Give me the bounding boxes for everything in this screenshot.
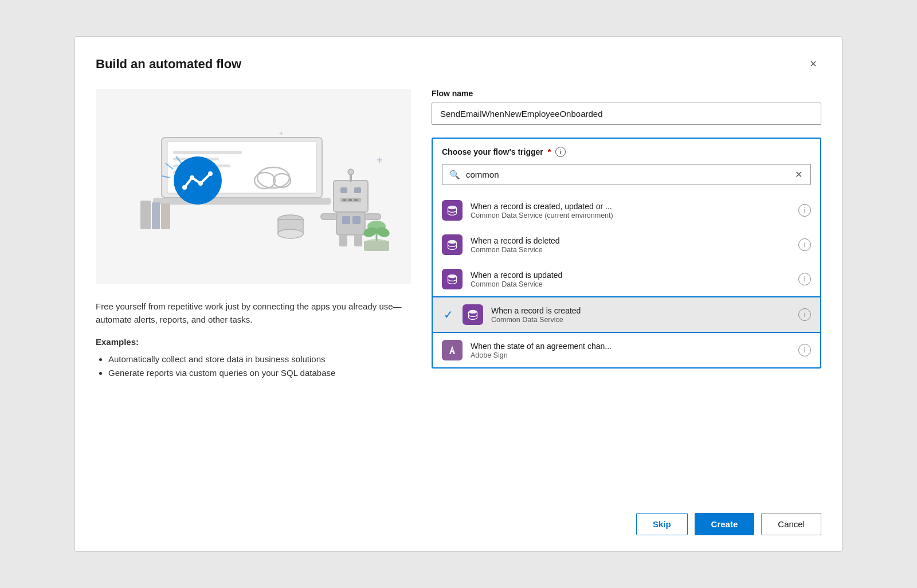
svg-rect-28 xyxy=(339,235,347,246)
svg-point-38 xyxy=(208,171,213,176)
trigger-name-1: When a record is created, updated or ... xyxy=(471,202,790,211)
flow-name-label: Flow name xyxy=(432,89,821,98)
svg-rect-25 xyxy=(336,212,365,235)
svg-rect-18 xyxy=(334,181,368,212)
build-automated-flow-dialog: Build an automated flow × xyxy=(75,36,842,552)
svg-rect-26 xyxy=(342,216,350,224)
trigger-name-2: When a record is deleted xyxy=(471,236,790,245)
dialog-header: Build an automated flow × xyxy=(96,55,821,73)
search-clear-button[interactable]: ✕ xyxy=(794,169,804,180)
trigger-item-2[interactable]: When a record is deleted Common Data Ser… xyxy=(433,228,820,262)
svg-text:+: + xyxy=(279,130,283,138)
svg-rect-27 xyxy=(352,216,360,224)
trigger-icon-1 xyxy=(442,200,463,221)
trigger-info-btn-4[interactable]: i xyxy=(798,308,811,321)
trigger-source-5: Adobe Sign xyxy=(471,351,790,359)
svg-rect-32 xyxy=(321,214,337,219)
svg-text:+: + xyxy=(377,154,383,166)
dialog-title: Build an automated flow xyxy=(96,57,241,72)
search-box: 🔍 ✕ xyxy=(442,164,811,185)
close-button[interactable]: × xyxy=(805,55,821,73)
example-item-1: Automatically collect and store data in … xyxy=(108,352,411,367)
cancel-button[interactable]: Cancel xyxy=(761,513,821,535)
trigger-source-4: Common Data Service xyxy=(491,316,790,324)
trigger-text-4: When a record is created Common Data Ser… xyxy=(491,306,790,324)
trigger-name-5: When the state of an agreement chan... xyxy=(471,342,790,351)
trigger-label-text: Choose your flow's trigger xyxy=(442,147,543,156)
svg-rect-12 xyxy=(140,201,151,229)
left-panel: + + Free yourself from repetitive work j… xyxy=(96,89,411,485)
svg-rect-33 xyxy=(365,214,381,219)
trigger-text-1: When a record is created, updated or ...… xyxy=(471,202,790,219)
trigger-source-2: Common Data Service xyxy=(471,246,790,254)
examples-title: Examples: xyxy=(96,337,411,347)
dialog-footer: Skip Create Cancel xyxy=(96,504,821,535)
illustration: + + xyxy=(96,89,411,284)
svg-point-37 xyxy=(198,181,203,186)
right-panel: Flow name Choose your flow's trigger * i… xyxy=(432,89,821,485)
trigger-info-btn-3[interactable]: i xyxy=(798,273,811,285)
svg-rect-23 xyxy=(348,199,352,201)
trigger-item-1[interactable]: When a record is created, updated or ...… xyxy=(433,193,820,228)
svg-point-53 xyxy=(469,310,477,314)
description-text: Free yourself from repetitive work just … xyxy=(96,300,411,327)
svg-point-31 xyxy=(348,169,354,175)
svg-rect-22 xyxy=(343,199,346,201)
trigger-icon-3 xyxy=(442,269,463,289)
svg-rect-19 xyxy=(340,187,347,193)
trigger-item-3[interactable]: When a record is updated Common Data Ser… xyxy=(433,262,820,296)
trigger-item-4[interactable]: ✓ When a record is created Common Data S… xyxy=(432,296,821,333)
trigger-text-3: When a record is updated Common Data Ser… xyxy=(471,271,790,288)
svg-rect-14 xyxy=(161,203,170,229)
trigger-text-5: When the state of an agreement chan... A… xyxy=(471,342,790,359)
trigger-item-5[interactable]: When the state of an agreement chan... A… xyxy=(433,333,820,367)
flow-name-input[interactable] xyxy=(432,103,821,125)
required-indicator: * xyxy=(548,147,551,156)
trigger-text-2: When a record is deleted Common Data Ser… xyxy=(471,236,790,254)
trigger-info-btn-5[interactable]: i xyxy=(798,344,811,356)
search-input[interactable] xyxy=(466,170,794,179)
dialog-body: + + Free yourself from repetitive work j… xyxy=(96,89,821,485)
trigger-info-btn-1[interactable]: i xyxy=(798,204,811,217)
example-item-2: Generate reports via custom queries on y… xyxy=(108,366,411,381)
search-icon: 🔍 xyxy=(449,170,460,180)
create-button[interactable]: Create xyxy=(695,513,755,535)
trigger-info-icon[interactable]: i xyxy=(555,147,566,157)
svg-point-50 xyxy=(448,206,457,210)
trigger-section-header: Choose your flow's trigger * i xyxy=(442,147,811,157)
svg-rect-5 xyxy=(173,151,242,154)
svg-rect-24 xyxy=(354,199,358,201)
svg-point-51 xyxy=(448,240,457,244)
trigger-name-4: When a record is created xyxy=(491,306,790,315)
svg-point-35 xyxy=(182,185,187,190)
svg-point-36 xyxy=(190,175,194,180)
trigger-source-3: Common Data Service xyxy=(471,280,790,288)
skip-button[interactable]: Skip xyxy=(636,513,688,535)
svg-rect-20 xyxy=(354,187,361,193)
svg-rect-1 xyxy=(153,198,331,205)
svg-rect-13 xyxy=(152,202,160,229)
trigger-list: When a record is created, updated or ...… xyxy=(433,193,820,367)
trigger-icon-4 xyxy=(463,304,483,325)
examples-list: Automatically collect and store data in … xyxy=(96,352,411,381)
svg-point-17 xyxy=(278,229,303,238)
selected-check-icon: ✓ xyxy=(442,308,454,321)
svg-point-52 xyxy=(448,275,457,279)
trigger-name-3: When a record is updated xyxy=(471,271,790,280)
trigger-icon-5 xyxy=(442,340,463,360)
svg-rect-45 xyxy=(364,241,389,251)
svg-rect-29 xyxy=(354,235,362,246)
trigger-source-1: Common Data Service (current environment… xyxy=(471,211,790,219)
trigger-section: Choose your flow's trigger * i 🔍 ✕ xyxy=(432,138,821,369)
trigger-icon-2 xyxy=(442,234,463,255)
trigger-info-btn-2[interactable]: i xyxy=(798,238,811,251)
